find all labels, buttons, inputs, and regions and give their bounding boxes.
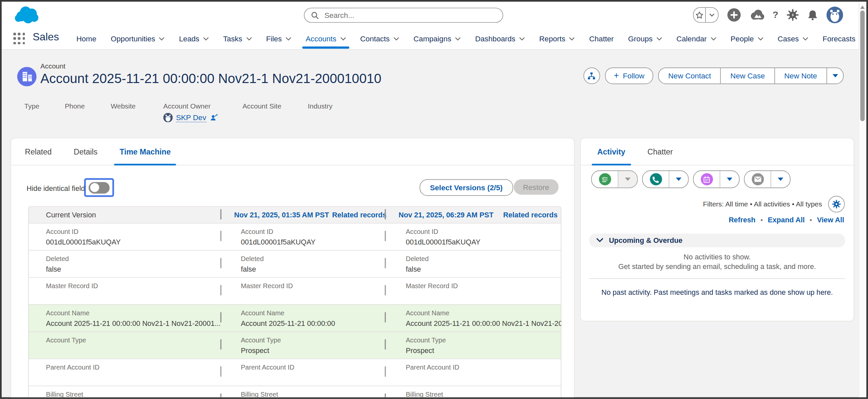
field-name: Account Type [46, 336, 220, 345]
tab-time-machine[interactable]: Time Machine [120, 138, 170, 165]
version1-related-records-link[interactable]: Related records [332, 211, 386, 219]
log-a-call-dropdown[interactable] [670, 171, 688, 188]
restore-checkbox-v2[interactable] [385, 393, 386, 399]
field-cell: Billing Street [241, 386, 385, 399]
nav-item-cases[interactable]: Cases [770, 28, 815, 49]
restore-checkbox-v2[interactable] [385, 339, 386, 350]
field-name: Account ID [406, 227, 561, 236]
version2-date-link[interactable]: Nov 21, 2025, 06:29 AM PST [399, 211, 494, 219]
new-note-button[interactable]: New Note [774, 68, 827, 84]
activity-links: Refresh•Expand All•View All [728, 216, 844, 224]
version1-date-link[interactable]: Nov 21, 2025, 01:35 AM PST [234, 211, 329, 219]
expand-all-link[interactable]: Expand All [768, 216, 805, 224]
hide-identical-fields-toggle[interactable] [84, 178, 114, 197]
new-event-dropdown[interactable] [720, 171, 739, 188]
refresh-link[interactable]: Refresh [728, 216, 755, 224]
favorites-button[interactable] [693, 7, 718, 23]
nav-item-groups[interactable]: Groups [621, 28, 670, 49]
log-a-call-button[interactable] [643, 171, 669, 188]
nav-item-forecasts[interactable]: Forecasts [815, 28, 863, 49]
search-icon [311, 11, 319, 19]
nav-item-accounts[interactable]: Accounts [299, 28, 353, 49]
help-icon[interactable]: ? [773, 9, 778, 20]
version2-related-records-link[interactable]: Related records [503, 211, 557, 219]
new-task-button[interactable] [592, 171, 618, 188]
field-name: Account ID [46, 227, 220, 236]
nav-item-chatter[interactable]: Chatter [582, 28, 621, 49]
restore-checkbox-v2 [385, 285, 386, 295]
email-dropdown[interactable] [771, 171, 790, 188]
restore-checkbox-v1[interactable] [220, 312, 221, 323]
global-actions-icon[interactable] [726, 8, 741, 22]
field-label: Phone [65, 102, 111, 110]
tab-chatter[interactable]: Chatter [648, 138, 673, 165]
select-versions-button[interactable]: Select Versions (2/5) [420, 179, 513, 196]
nav-item-calendar[interactable]: Calendar [669, 28, 723, 49]
app-launcher-icon[interactable] [13, 33, 26, 45]
nav-item-opportunities[interactable]: Opportunities [104, 28, 172, 49]
global-header: ? [2, 2, 866, 28]
nav-item-label: Contacts [360, 35, 390, 43]
field-cell: Account Type [46, 332, 220, 358]
nav-item-dashboards[interactable]: Dashboards [468, 28, 532, 49]
new-event-button[interactable] [693, 171, 720, 188]
field-value: false [406, 265, 561, 273]
current-version-header: Current Version [46, 211, 96, 219]
nav-item-files[interactable]: Files [259, 28, 299, 49]
version1-select-checkbox[interactable] [220, 210, 221, 220]
salesforce-app: ? [0, 0, 868, 399]
new-contact-button[interactable]: New Contact [659, 68, 720, 84]
favorites-star-icon[interactable] [693, 8, 706, 22]
user-avatar[interactable] [827, 7, 843, 23]
nav-item-people[interactable]: People [723, 28, 770, 49]
guidance-center-icon[interactable] [749, 9, 764, 21]
restore-checkbox-v1[interactable] [220, 339, 221, 350]
chevron-down-icon [596, 238, 603, 243]
nav-item-label: Files [266, 35, 282, 43]
version2-select-checkbox[interactable] [385, 210, 386, 220]
new-case-button[interactable]: New Case [720, 68, 774, 84]
view-all-link[interactable]: View All [817, 216, 844, 224]
nav-item-tasks[interactable]: Tasks [216, 28, 259, 49]
field-name: Account Type [241, 336, 385, 345]
header-utilities: ? [693, 7, 843, 23]
tab-related[interactable]: Related [25, 138, 52, 165]
restore-checkbox-v1[interactable] [220, 393, 221, 399]
nav-item-label: Groups [628, 35, 652, 43]
field-value: 001dL00001f5aKUQAY [241, 238, 385, 246]
search-input[interactable] [323, 10, 496, 20]
nav-item-contacts[interactable]: Contacts [353, 28, 406, 49]
field-value: Account 2025-11-21 00:00:00 Nov21-1 Nov2… [46, 319, 220, 328]
setup-gear-icon[interactable] [786, 9, 799, 21]
hierarchy-button[interactable] [583, 67, 600, 84]
nav-item-reports[interactable]: Reports [532, 28, 582, 49]
upcoming-overdue-section[interactable]: Upcoming & Overdue [589, 234, 845, 247]
chevron-down-icon [340, 37, 346, 41]
nav-item-label: Forecasts [823, 35, 856, 43]
nav-item-leads[interactable]: Leads [172, 28, 216, 49]
restore-checkbox-v2[interactable] [385, 312, 386, 323]
email-button[interactable] [745, 171, 771, 188]
restore-button: Restore [514, 179, 558, 195]
hide-identical-fields-label: Hide identical fields [27, 184, 88, 193]
hierarchy-icon [588, 72, 596, 80]
tab-details[interactable]: Details [74, 138, 98, 165]
field-name: Parent Account ID [406, 363, 561, 372]
follow-button[interactable]: + Follow [605, 67, 653, 84]
scrollbar-thumb[interactable] [860, 10, 865, 121]
change-owner-icon[interactable] [210, 113, 218, 122]
scrollbar-up-arrow[interactable] [860, 6, 865, 9]
field-cell: Account ID001dL00001f5aKUQAY [406, 224, 561, 250]
nav-item-home[interactable]: Home [69, 28, 104, 49]
tab-activity[interactable]: Activity [597, 138, 625, 165]
new-task-split-button [591, 170, 638, 188]
app-name: Sales [33, 31, 59, 43]
favorites-dropdown-icon[interactable] [706, 8, 718, 22]
owner-link[interactable]: SKP Dev [176, 113, 206, 122]
chevron-down-icon [676, 178, 682, 181]
notifications-bell-icon[interactable] [807, 9, 818, 21]
field-cell: Account ID001dL00001f5aKUQAY [241, 224, 385, 250]
filters-settings-button[interactable] [828, 196, 845, 212]
more-actions-dropdown[interactable] [827, 68, 843, 84]
nav-item-campaigns[interactable]: Campaigns [406, 28, 468, 49]
